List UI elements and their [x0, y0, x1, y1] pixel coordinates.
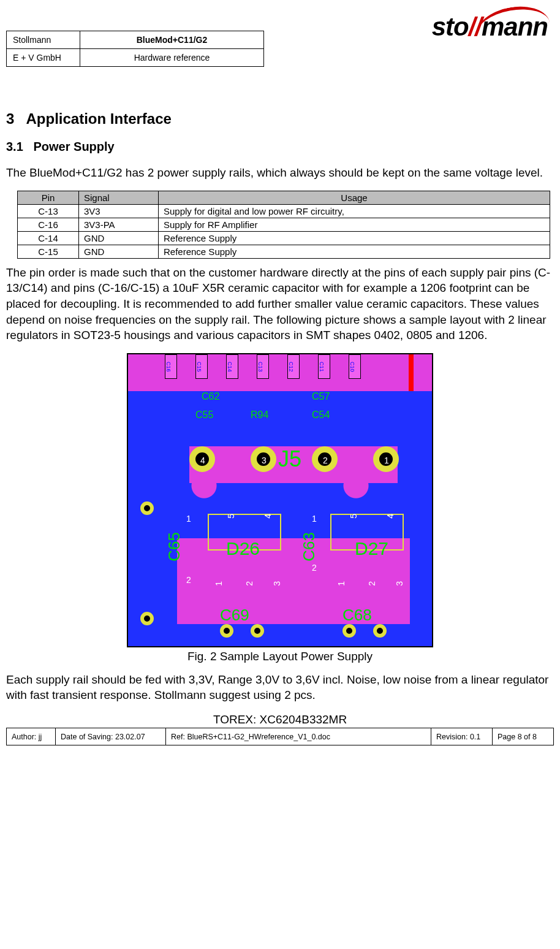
- th-pin: Pin: [18, 191, 79, 204]
- cap-ref: C65: [165, 532, 184, 562]
- footer-author: Author: jj: [7, 728, 56, 745]
- footer-date: Date of Saving: 23.02.07: [56, 728, 166, 745]
- section-title: Application Interface: [26, 110, 171, 127]
- pad: C10: [349, 354, 361, 379]
- comp-ref: C57: [312, 391, 330, 402]
- pin-number: 2: [244, 581, 254, 586]
- pin-number: 5: [226, 514, 236, 519]
- pin-number: 1: [186, 514, 191, 524]
- reg-ref: D27: [355, 538, 388, 559]
- pin-number: 2: [186, 575, 191, 585]
- pin-number: 3: [395, 581, 404, 586]
- pin-number: 4: [200, 455, 205, 465]
- pin-number: 2: [312, 563, 317, 573]
- stollmann-logo: sto//mann: [432, 12, 548, 42]
- footer-table: Author: jj Date of Saving: 23.02.07 Ref:…: [6, 728, 554, 745]
- comp-ref: R94: [251, 410, 268, 421]
- section-heading: 3 Application Interface: [6, 110, 554, 128]
- footer-ref: Ref: BlueRS+C11-G2_HWreference_V1_0.doc: [166, 728, 431, 745]
- company-cell-1: Stollmann: [7, 31, 80, 49]
- pin-table: Pin Signal Usage C-13 3V3 Supply for dig…: [17, 191, 550, 259]
- table-row: C-14 GND Reference Supply: [18, 231, 550, 245]
- via-icon: [140, 501, 154, 515]
- cell-usage: Reference Supply: [159, 231, 550, 245]
- pin-number: 4: [385, 514, 395, 519]
- connector-pad-row: C16 C15 C14 C13 C12 C11 C10: [165, 354, 361, 379]
- pin-number: 2: [323, 455, 328, 465]
- figure-wrap: C16 C15 C14 C13 C12 C11 C10 C62 C57 C55 …: [6, 353, 554, 663]
- pin-number: 5: [349, 514, 358, 519]
- intro-paragraph: The BlueMod+C11/G2 has 2 power supply ra…: [6, 165, 554, 181]
- pin-number: 1: [312, 514, 317, 524]
- comp-ref: C62: [202, 391, 219, 402]
- paragraph-2: The pin order is made such that on the c…: [6, 265, 554, 343]
- header-table: Stollmann BlueMod+C11/G2 E + V GmbH Hard…: [6, 31, 264, 67]
- pcb-layout-image: C16 C15 C14 C13 C12 C11 C10 C62 C57 C55 …: [127, 353, 433, 647]
- cell-pin: C-13: [18, 204, 79, 218]
- pin-number: 3: [272, 581, 282, 586]
- pad: C16: [165, 354, 177, 379]
- figure-caption: Fig. 2 Sample Layout Power Supply: [6, 650, 554, 663]
- cell-usage: Reference Supply: [159, 245, 550, 258]
- pad: C13: [257, 354, 269, 379]
- th-usage: Usage: [159, 191, 550, 204]
- table-row: C-13 3V3 Supply for digital and low powe…: [18, 204, 550, 218]
- pin-number: 1: [384, 455, 389, 465]
- pad: C14: [226, 354, 238, 379]
- subsection-heading: 3.1 Power Supply: [6, 140, 554, 154]
- pin-number: 3: [262, 455, 267, 465]
- table-header-row: Pin Signal Usage: [18, 191, 550, 204]
- footer-page: Page 8 of 8: [493, 728, 554, 745]
- pin-number: 4: [263, 514, 273, 519]
- cell-signal: GND: [79, 245, 159, 258]
- red-trace-icon: [409, 354, 414, 391]
- pad: C15: [195, 354, 208, 379]
- cell-signal: 3V3-PA: [79, 218, 159, 231]
- cap-ref: C69: [220, 606, 249, 625]
- cap-ref: C68: [342, 606, 372, 625]
- product-name: BlueMod+C11/G2: [137, 35, 208, 45]
- doctype-cell: Hardware reference: [80, 49, 264, 67]
- product-cell: BlueMod+C11/G2: [80, 31, 264, 49]
- cap-ref: C63: [300, 532, 319, 562]
- cell-usage: Supply for digital and low power RF circ…: [159, 204, 550, 218]
- cell-usage: Supply for RF Amplifier: [159, 218, 550, 231]
- comp-ref: C54: [312, 410, 330, 421]
- table-row: C-16 3V3-PA Supply for RF Amplifier: [18, 218, 550, 231]
- subsection-title: Power Supply: [33, 140, 114, 153]
- cell-signal: GND: [79, 231, 159, 245]
- pin-number: 1: [214, 581, 224, 586]
- comp-ref: C55: [195, 410, 213, 421]
- subsection-number: 3.1: [6, 140, 23, 153]
- table-row: C-15 GND Reference Supply: [18, 245, 550, 258]
- via-icon: [251, 624, 264, 638]
- via-icon: [373, 624, 387, 638]
- reg-ref: D26: [226, 538, 260, 559]
- cell-pin: C-14: [18, 231, 79, 245]
- pad: C11: [318, 354, 330, 379]
- part-number: TOREX: XC6204B332MR: [6, 713, 554, 726]
- paragraph-3: Each supply rail should be fed with 3,3V…: [6, 672, 554, 703]
- pin-number: 2: [367, 581, 377, 586]
- via-icon: [140, 612, 154, 625]
- pad: C12: [287, 354, 300, 379]
- header-ref: J5: [278, 446, 301, 472]
- company-cell-2: E + V GmbH: [7, 49, 80, 67]
- document-page: Stollmann BlueMod+C11/G2 E + V GmbH Hard…: [0, 0, 560, 726]
- section-number: 3: [6, 110, 14, 127]
- footer-revision: Revision: 0.1: [431, 728, 493, 745]
- cell-signal: 3V3: [79, 204, 159, 218]
- via-icon: [342, 624, 356, 638]
- body-content: 3 Application Interface 3.1 Power Supply…: [6, 0, 554, 726]
- via-icon: [220, 624, 233, 638]
- th-signal: Signal: [79, 191, 159, 204]
- pin-number: 1: [336, 581, 346, 586]
- logo-text-left: sto: [432, 12, 469, 41]
- copper-traces: [128, 354, 432, 646]
- cell-pin: C-15: [18, 245, 79, 258]
- cell-pin: C-16: [18, 218, 79, 231]
